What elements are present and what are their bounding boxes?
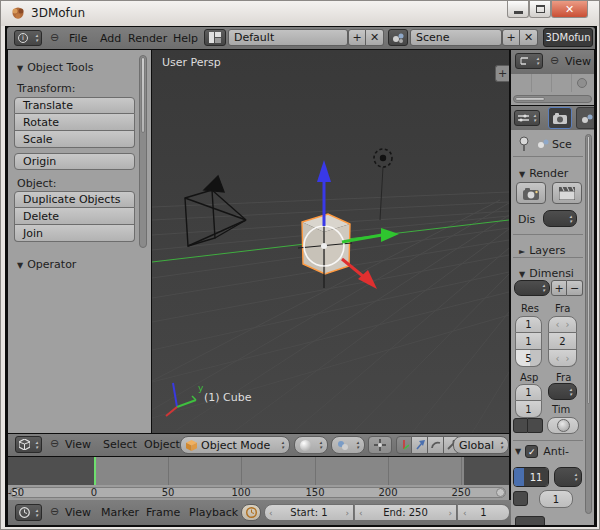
frame-step-field[interactable]: ‹› xyxy=(548,350,577,367)
collapse-menus-icon[interactable]: ⊖ xyxy=(550,54,559,67)
menu-select[interactable]: Select xyxy=(103,438,137,451)
orientation-dropdown[interactable]: Global ▴▾ xyxy=(453,436,509,454)
resolution-x-field[interactable]: 1 xyxy=(515,316,542,333)
decrement-icon[interactable]: ‹ xyxy=(269,508,273,518)
resolution-y-field[interactable]: 1 xyxy=(515,333,542,350)
full-sample-checkbox[interactable] xyxy=(513,491,528,506)
menu-view[interactable]: View xyxy=(65,438,91,451)
toolshelf-scrollbar[interactable] xyxy=(139,55,147,248)
join-button[interactable]: Join xyxy=(14,225,135,242)
menu-view[interactable]: View xyxy=(65,506,91,519)
layers-panel-header[interactable]: ►Layers xyxy=(519,239,566,258)
rotate-button[interactable]: Rotate xyxy=(14,114,135,131)
camera-object[interactable] xyxy=(185,176,246,246)
frame-end-field[interactable]: 2 xyxy=(548,333,577,350)
aa-samples-buttons[interactable]: 11 xyxy=(513,467,549,487)
timeline-scrollbar[interactable] xyxy=(10,487,506,498)
current-frame-field[interactable]: ‹ 1 › xyxy=(458,504,510,521)
resolution-percent-slider[interactable]: 5 xyxy=(515,350,542,367)
menu-marker[interactable]: Marker xyxy=(101,506,139,519)
editor-type-button-3dview[interactable]: ▴▾ xyxy=(15,436,42,453)
origin-button[interactable]: Origin xyxy=(14,153,135,170)
timeline-track[interactable] xyxy=(8,457,509,485)
toolshelf-scrollbar-thumb[interactable] xyxy=(141,57,145,133)
translate-manipulator-button[interactable] xyxy=(412,436,428,454)
lamp-object[interactable] xyxy=(374,149,392,220)
outliner-scrollbar[interactable] xyxy=(513,95,592,103)
menu-help[interactable]: Help xyxy=(173,32,198,45)
tab-render[interactable] xyxy=(548,107,572,129)
decrement-icon[interactable]: ‹ xyxy=(463,508,467,518)
current-frame-cursor[interactable] xyxy=(94,457,96,485)
increment-icon[interactable]: › xyxy=(448,508,452,518)
menu-render[interactable]: Render xyxy=(128,32,167,45)
outliner-restriction-icon[interactable] xyxy=(577,78,587,88)
manipulator-toggle-button[interactable] xyxy=(396,436,412,454)
timeline-scale[interactable]: -50 0 50 100 150 200 250 xyxy=(8,485,509,500)
editor-type-button-properties[interactable]: ▴▾ xyxy=(514,110,540,126)
render-image-button[interactable] xyxy=(516,182,546,204)
clipped-button[interactable] xyxy=(515,516,545,525)
layout-add-button[interactable]: + xyxy=(348,29,366,46)
operator-panel-header[interactable]: ▼Operator xyxy=(17,253,76,272)
scrollbar-right-handle[interactable] xyxy=(496,488,505,497)
preset-add-button[interactable]: + xyxy=(551,280,567,296)
maximize-button[interactable] xyxy=(529,1,551,18)
scale-button[interactable]: Scale xyxy=(14,131,135,148)
layout-delete-button[interactable]: ✕ xyxy=(366,29,384,46)
scene-add-button[interactable]: + xyxy=(502,29,520,46)
duplicate-objects-button[interactable]: Duplicate Objects xyxy=(14,191,135,208)
antialiasing-panel-header[interactable]: ▼ ✓ Anti- xyxy=(515,445,569,458)
menu-frame[interactable]: Frame xyxy=(146,506,180,519)
pivot-dropdown[interactable]: ▴▾ xyxy=(331,436,365,454)
scene-browse-icon[interactable] xyxy=(388,29,408,46)
menu-view[interactable]: View xyxy=(565,55,591,68)
fps-dropdown[interactable]: ▴▾ xyxy=(548,383,577,400)
outliner-content[interactable] xyxy=(511,74,594,105)
rotate-manipulator-button[interactable] xyxy=(428,436,444,454)
manipulator-y-arrow[interactable] xyxy=(381,228,399,242)
aa-samples-value[interactable]: 11 xyxy=(524,468,548,486)
translate-button[interactable]: Translate xyxy=(14,97,135,114)
menu-add[interactable]: Add xyxy=(100,32,121,45)
window-titlebar[interactable]: 3DMofun ✕ xyxy=(1,1,600,26)
region-expand-button[interactable]: + xyxy=(495,65,509,82)
properties-scrollbar-thumb[interactable] xyxy=(587,136,590,404)
preset-remove-button[interactable]: − xyxy=(567,280,583,296)
aa-filter-dropdown[interactable]: ▴▾ xyxy=(554,467,582,487)
editor-type-button-outliner[interactable]: ▴▾ xyxy=(515,53,543,69)
display-dropdown[interactable]: ▴▾ xyxy=(543,210,577,227)
tab-scene[interactable] xyxy=(576,107,594,129)
aa-size-field[interactable]: 1 xyxy=(539,490,573,508)
editor-type-button-info[interactable]: i ▴▾ xyxy=(14,30,42,46)
aa-samples-selected-segment[interactable] xyxy=(514,468,524,486)
menu-playback[interactable]: Playback xyxy=(189,506,238,519)
outliner-scrollbar-thumb[interactable] xyxy=(515,97,545,101)
playback-range-lock-toggle[interactable] xyxy=(241,504,261,521)
screen-layout-field[interactable]: Default xyxy=(228,29,348,46)
render-panel-header[interactable]: ▼Render xyxy=(519,162,568,181)
minimize-button[interactable] xyxy=(507,1,529,18)
render-animation-button[interactable] xyxy=(552,182,582,204)
viewport-3d[interactable]: User Persp y (1) Cube + xyxy=(152,50,509,433)
frame-start-field[interactable]: ‹› xyxy=(548,316,577,333)
object-tools-panel-header[interactable]: ▼Object Tools xyxy=(17,56,94,75)
time-remap-new-field[interactable] xyxy=(528,418,543,433)
close-button[interactable]: ✕ xyxy=(551,1,588,18)
editor-type-button-timeline[interactable]: ▴▾ xyxy=(15,504,42,521)
scene-delete-button[interactable]: ✕ xyxy=(520,29,538,46)
mode-dropdown[interactable]: Object Mode ▴▾ xyxy=(180,436,290,454)
pin-icon[interactable] xyxy=(517,136,531,151)
properties-scrollbar[interactable] xyxy=(585,134,592,514)
start-frame-field[interactable]: ‹ Start: 1 › xyxy=(264,504,354,521)
increment-icon[interactable]: › xyxy=(345,508,349,518)
menu-object[interactable]: Object xyxy=(144,438,180,451)
collapse-menus-icon[interactable]: ⊖ xyxy=(50,505,59,518)
decrement-icon[interactable]: ‹ xyxy=(359,508,363,518)
frame-dial[interactable] xyxy=(547,417,579,434)
render-preset-dropdown[interactable]: ▴▾ xyxy=(514,280,550,296)
collapse-menus-icon[interactable]: ⊖ xyxy=(50,437,59,450)
pivot-align-toggle[interactable] xyxy=(368,436,392,454)
delete-button[interactable]: Delete xyxy=(14,208,135,225)
manipulator-z-arrow[interactable] xyxy=(317,160,331,182)
